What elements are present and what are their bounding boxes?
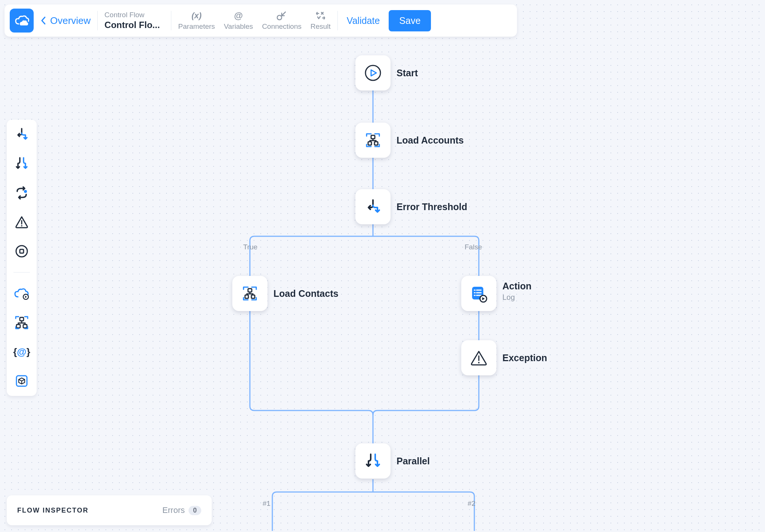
palette-exception[interactable] [13,214,30,230]
toolbar-actions: (x) Parameters @ Variables Connections R… [178,10,331,31]
org-chart-icon [241,284,259,303]
svg-rect-2 [368,142,371,145]
palette-tenant[interactable] [13,314,30,331]
conditional-icon [363,197,383,216]
loop-icon [14,185,29,200]
palette-package[interactable] [13,373,30,389]
save-button[interactable]: Save [389,10,431,31]
node-label: Parallel [397,456,430,467]
errors-label: Errors [162,505,185,515]
svg-point-10 [277,15,282,20]
breadcrumb-category: Control Flow [104,10,164,19]
svg-point-13 [16,246,27,257]
action-result[interactable]: Result [310,10,331,31]
node-parallel[interactable]: Parallel [355,443,391,479]
flow-layer: Start Load Accounts Error Threshold Load… [0,0,765,532]
inspector-errors[interactable]: Errors 0 [162,505,201,515]
errors-count-badge: 0 [189,506,201,515]
palette-loop[interactable] [13,185,30,201]
palette-variable[interactable]: {@} [13,344,30,360]
breadcrumb-title: Control Flo... [104,19,164,31]
branch-label-1: #1 [263,499,270,508]
overview-label: Overview [50,15,91,27]
node-error-threshold[interactable]: Error Threshold [355,189,391,224]
palette-cloud-run[interactable] [13,285,30,302]
svg-rect-17 [16,325,20,328]
warning-icon [15,215,29,229]
chevron-left-icon [40,16,46,25]
svg-rect-6 [251,295,255,298]
inspector-title: FLOW INSPECTOR [17,507,89,514]
svg-point-9 [478,362,480,363]
parallel-icon [363,451,383,471]
node-start[interactable]: Start [355,55,391,90]
parameters-icon: (x) [192,10,202,21]
action-variables[interactable]: @ Variables [224,10,253,31]
svg-rect-18 [23,325,27,328]
palette-stop[interactable] [13,243,30,259]
action-parameters[interactable]: (x) Parameters [178,10,215,31]
svg-rect-5 [245,295,248,298]
svg-point-0 [365,65,380,80]
result-icon [315,10,326,21]
palette-parallel[interactable] [13,156,30,172]
node-label: Load Accounts [397,135,464,146]
parallel-icon [14,156,29,171]
divider [171,11,171,30]
action-log-icon [469,284,489,303]
node-label: Exception [502,353,547,363]
divider [337,11,338,30]
svg-point-12 [21,225,22,227]
app-logo[interactable] [10,9,34,33]
conditional-icon [14,127,29,142]
node-label: Action Log [502,281,532,302]
svg-rect-3 [374,142,378,145]
node-load-accounts[interactable]: Load Accounts [355,123,391,158]
breadcrumb[interactable]: Control Flow Control Flo... [104,10,164,31]
node-label: Error Threshold [397,202,467,212]
branch-label-true: True [243,243,257,251]
node-label: Load Contacts [273,288,339,299]
org-chart-icon [364,131,382,150]
variables-icon: @ [234,10,243,21]
cloud-icon [14,15,29,26]
node-load-contacts[interactable]: Load Contacts [232,276,267,311]
node-exception[interactable]: Exception [461,340,496,375]
validate-button[interactable]: Validate [347,15,380,26]
node-label: Start [397,68,418,79]
action-connections[interactable]: Connections [262,10,302,31]
branch-label-false: False [465,243,482,251]
connections-icon [276,10,287,21]
node-palette: {@} [7,120,37,396]
warning-icon [469,348,488,367]
node-sublabel: Log [502,293,532,302]
palette-divider [13,272,30,273]
cloud-run-icon [14,287,30,300]
svg-rect-14 [20,249,24,253]
top-bar: Overview Control Flow Control Flo... (x)… [4,4,517,37]
package-icon [15,374,29,388]
variable-icon: {@} [13,346,30,358]
org-chart-icon [15,316,29,330]
divider [97,11,98,30]
svg-rect-4 [248,289,252,292]
stop-icon [15,244,29,258]
flow-inspector[interactable]: FLOW INSPECTOR Errors 0 [7,495,212,525]
palette-conditional[interactable] [13,126,30,143]
start-icon [364,64,382,82]
svg-rect-16 [20,317,24,321]
branch-label-2: #2 [468,499,475,508]
node-action[interactable]: Action Log [461,276,496,311]
overview-link[interactable]: Overview [40,15,91,27]
svg-point-11 [24,190,27,193]
svg-rect-1 [371,135,375,139]
